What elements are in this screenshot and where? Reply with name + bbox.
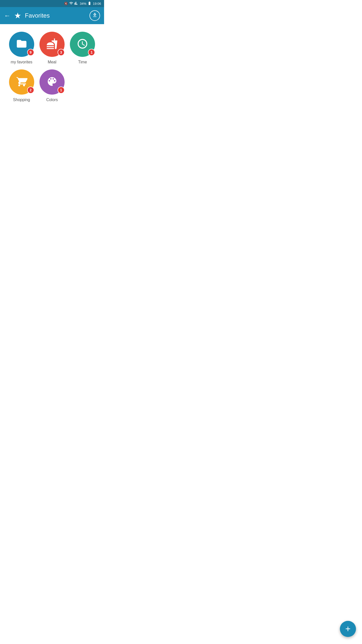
category-item-colors[interactable]: 1Colors [38, 69, 66, 102]
download-button[interactable] [89, 10, 100, 21]
badge-meal: 3 [58, 49, 65, 56]
category-label-time: Time [78, 60, 87, 64]
circle-wrapper-colors: 1 [39, 69, 65, 95]
page-title: Favorites [25, 12, 86, 19]
category-item-meal[interactable]: 3Meal [38, 32, 66, 64]
clock-icon [77, 38, 88, 51]
circle-wrapper-my-favorites: 9 [9, 32, 34, 57]
main-content: 9my favorites 3Meal 1Time 2Shopping 1Col… [0, 24, 104, 127]
circle-wrapper-meal: 3 [39, 32, 65, 57]
category-item-shopping[interactable]: 2Shopping [8, 69, 35, 102]
star-icon: ★ [14, 11, 21, 20]
palette-icon [46, 76, 58, 88]
time-text: 19:06 [93, 2, 101, 6]
folder-star-icon [16, 38, 27, 51]
cart-icon [16, 76, 27, 88]
category-item-time[interactable]: 1Time [69, 32, 97, 64]
top-bar: ← ★ Favorites [0, 7, 104, 24]
circle-wrapper-shopping: 2 [9, 69, 34, 95]
badge-shopping: 2 [27, 87, 34, 94]
badge-my-favorites: 9 [27, 49, 34, 56]
category-item-my-favorites[interactable]: 9my favorites [8, 32, 35, 64]
category-label-my-favorites: my favorites [11, 60, 32, 64]
favorites-grid: 9my favorites 3Meal 1Time 2Shopping 1Col… [8, 32, 97, 102]
badge-colors: 1 [58, 87, 65, 94]
back-button[interactable]: ← [4, 12, 11, 20]
signal-icon [74, 1, 78, 6]
category-label-colors: Colors [46, 98, 58, 102]
battery-icon [87, 1, 92, 6]
mute-icon: 🔇 [64, 2, 68, 5]
category-label-shopping: Shopping [13, 98, 30, 102]
badge-time: 1 [88, 49, 95, 56]
wifi-icon [69, 1, 73, 6]
download-icon [92, 12, 98, 19]
battery-text: 34% [80, 2, 86, 6]
status-bar: 🔇 34% 19:06 [0, 0, 104, 7]
status-icons: 🔇 34% 19:06 [64, 1, 101, 6]
category-label-meal: Meal [48, 60, 57, 64]
circle-wrapper-time: 1 [70, 32, 95, 57]
cutlery-icon [46, 38, 58, 51]
